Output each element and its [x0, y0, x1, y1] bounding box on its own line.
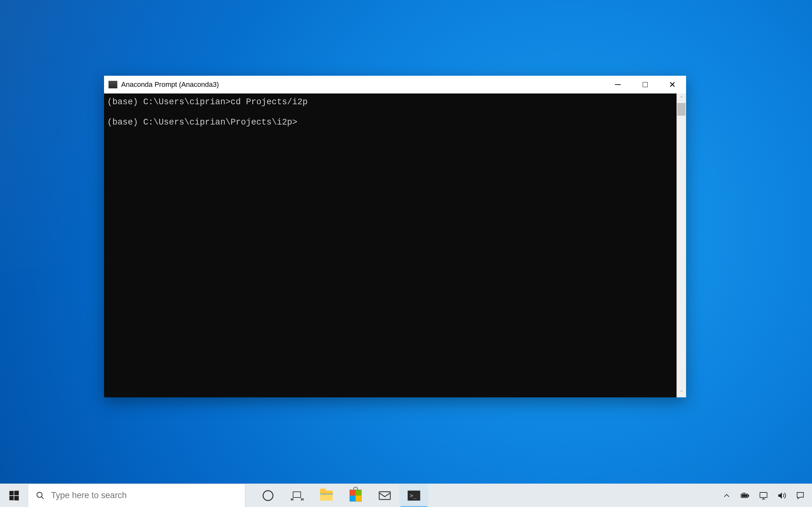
taskbar: >_ [0, 484, 812, 507]
task-view-button[interactable] [283, 484, 312, 507]
start-button[interactable] [0, 484, 28, 507]
anaconda-prompt-window: Anaconda Prompt (Anaconda3) ✕ (base) C:\… [104, 76, 686, 397]
terminal-content[interactable]: (base) C:\Users\ciprian>cd Projects/i2p … [104, 94, 676, 397]
svg-marker-9 [778, 493, 782, 499]
search-box[interactable] [28, 484, 245, 507]
svg-rect-5 [742, 494, 747, 497]
svg-point-0 [37, 492, 42, 497]
action-center-button[interactable] [792, 484, 809, 507]
tray-network-button[interactable] [755, 484, 772, 507]
cmd-icon [108, 81, 117, 89]
chevron-up-icon [722, 491, 731, 500]
svg-rect-6 [760, 493, 767, 498]
desktop-background: Anaconda Prompt (Anaconda3) ✕ (base) C:\… [0, 0, 812, 507]
notification-icon [796, 491, 805, 500]
tray-volume-button[interactable] [773, 484, 791, 507]
maximize-button[interactable] [631, 76, 659, 94]
battery-icon [740, 491, 750, 500]
search-icon [36, 491, 45, 500]
scroll-thumb[interactable] [677, 103, 686, 116]
mail-button[interactable] [370, 484, 399, 507]
terminal-icon: >_ [408, 491, 420, 501]
close-button[interactable]: ✕ [659, 76, 686, 94]
windows-logo-icon [9, 491, 19, 500]
titlebar[interactable]: Anaconda Prompt (Anaconda3) ✕ [104, 76, 686, 94]
folder-icon [320, 491, 333, 501]
task-view-icon [291, 491, 304, 500]
anaconda-prompt-taskbar-button[interactable]: >_ [399, 484, 428, 507]
terminal-body: (base) C:\Users\ciprian>cd Projects/i2p … [104, 94, 686, 397]
speaker-icon [777, 491, 786, 500]
search-input[interactable] [51, 491, 245, 500]
svg-line-1 [42, 497, 44, 499]
cortana-icon [263, 490, 273, 501]
tray-battery-button[interactable] [737, 484, 754, 507]
network-icon [759, 491, 768, 500]
scrollbar[interactable]: ˄ ˅ [676, 94, 686, 397]
tray-overflow-button[interactable] [718, 484, 735, 507]
window-controls: ✕ [604, 76, 686, 94]
mail-icon [378, 489, 392, 502]
store-icon [350, 490, 362, 502]
window-title: Anaconda Prompt (Anaconda3) [121, 80, 219, 89]
scroll-down-arrow[interactable]: ˅ [676, 388, 686, 397]
scroll-up-arrow[interactable]: ˄ [676, 94, 686, 103]
svg-rect-4 [748, 495, 749, 497]
task-items: >_ [253, 484, 428, 507]
microsoft-store-button[interactable] [341, 484, 370, 507]
system-tray [718, 484, 812, 507]
file-explorer-button[interactable] [312, 484, 341, 507]
minimize-button[interactable] [604, 76, 631, 94]
svg-rect-2 [379, 492, 391, 499]
cortana-button[interactable] [253, 484, 283, 507]
scroll-track[interactable] [676, 103, 686, 388]
